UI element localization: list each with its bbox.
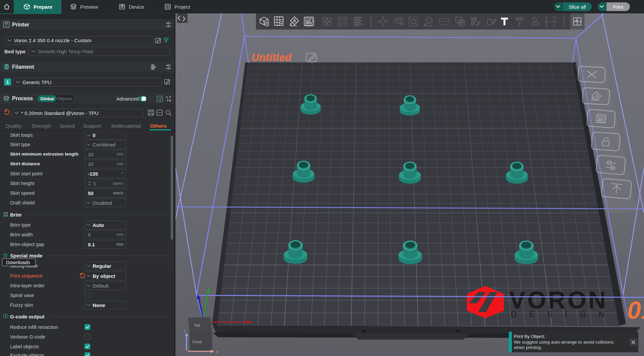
svg-text:VORON: VORON: [509, 287, 608, 313]
svg-text:01: 01: [627, 296, 644, 324]
svg-text:B: B: [169, 99, 171, 102]
svg-text:Untitled: Untitled: [252, 52, 292, 63]
svg-text:Front: Front: [193, 340, 202, 344]
svg-text:when printing.: when printing.: [514, 345, 542, 350]
svg-text:Print By Object:: Print By Object:: [514, 334, 545, 339]
svg-text:A: A: [166, 96, 168, 99]
svg-text:x: x: [216, 350, 218, 354]
svg-text:DESIGN: DESIGN: [511, 310, 617, 319]
svg-text:Top: Top: [194, 323, 200, 327]
svg-text:z: z: [184, 329, 186, 333]
svg-text:We suggest using auto-arrange: We suggest using auto-arrange to avoid c…: [514, 340, 614, 345]
